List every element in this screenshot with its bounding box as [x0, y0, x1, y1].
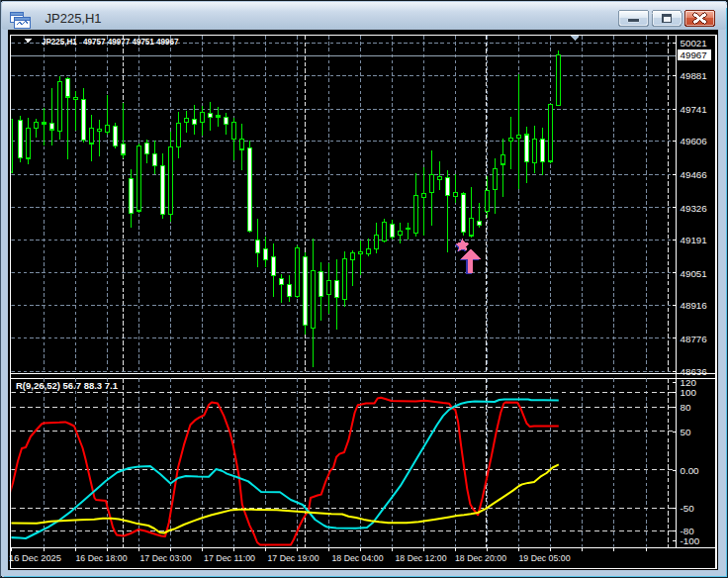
svg-text:50021: 50021 — [681, 38, 707, 48]
svg-text:17 Dec 11:00: 17 Dec 11:00 — [204, 552, 255, 563]
svg-text:49741: 49741 — [681, 104, 707, 115]
svg-text:49051: 49051 — [681, 268, 707, 279]
svg-text:49881: 49881 — [681, 70, 707, 81]
svg-text:-100: -100 — [681, 535, 700, 546]
svg-text:49606: 49606 — [681, 136, 708, 146]
svg-text:48636: 48636 — [681, 366, 708, 377]
svg-text:18 Dec 04:00: 18 Dec 04:00 — [332, 552, 384, 563]
svg-text:0.00: 0.00 — [681, 465, 700, 476]
svg-text:R(9,26,52) 56.7 88.3 7.1: R(9,26,52) 56.7 88.3 7.1 — [16, 381, 118, 391]
svg-text:JP225,H1 49757 49977 49751 49: JP225,H1 49757 49977 49751 49967 — [42, 37, 179, 47]
svg-text:100: 100 — [681, 387, 697, 398]
svg-text:80: 80 — [681, 402, 691, 413]
svg-text:17 Dec 19:00: 17 Dec 19:00 — [268, 552, 319, 563]
svg-text:50: 50 — [681, 427, 691, 437]
svg-text:49326: 49326 — [681, 203, 708, 214]
svg-text:49967: 49967 — [681, 49, 707, 60]
svg-text:-50: -50 — [681, 503, 695, 514]
svg-text:16 Dec 2025: 16 Dec 2025 — [9, 552, 61, 563]
svg-text:48916: 48916 — [681, 300, 708, 311]
svg-text:19 Dec 05:00: 19 Dec 05:00 — [519, 552, 571, 563]
svg-text:18 Dec 12:00: 18 Dec 12:00 — [396, 552, 447, 563]
svg-text:48776: 48776 — [681, 334, 708, 344]
svg-text:18 Dec 20:00: 18 Dec 20:00 — [455, 552, 506, 563]
svg-text:49191: 49191 — [681, 235, 707, 245]
svg-text:49466: 49466 — [681, 169, 708, 180]
svg-text:17 Dec 03:00: 17 Dec 03:00 — [140, 552, 192, 563]
svg-text:16 Dec 18:00: 16 Dec 18:00 — [76, 552, 128, 563]
svg-text:JP225,H1: JP225,H1 — [46, 11, 102, 26]
